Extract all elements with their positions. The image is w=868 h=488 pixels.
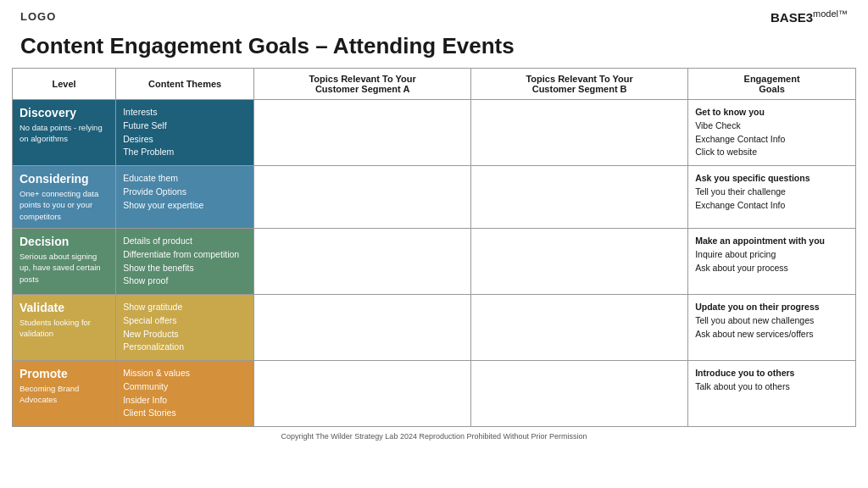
- engagement-item: Ask about your process: [695, 263, 788, 273]
- theme-item: Provide Options: [123, 186, 186, 197]
- col-themes: Content Themes: [116, 69, 254, 100]
- table-container: Level Content Themes Topics Relevant To …: [0, 68, 868, 427]
- level-name: Considering: [19, 172, 108, 186]
- theme-cell-considering: Educate themProvide OptionsShow your exp…: [116, 166, 254, 229]
- table-row: DiscoveryNo data points - relying on alg…: [13, 100, 856, 166]
- theme-cell-discovery: InterestsFuture SelfDesiresThe Problem: [116, 100, 254, 166]
- main-table: Level Content Themes Topics Relevant To …: [12, 68, 856, 427]
- engagement-item: Tell you their challenge: [695, 186, 786, 197]
- theme-item: Show proof: [123, 275, 168, 286]
- theme-item: Personalization: [123, 341, 184, 352]
- level-name: Discovery: [19, 106, 108, 119]
- table-row: DecisionSerious about signing up, have s…: [13, 229, 856, 295]
- theme-item: Desires: [123, 134, 153, 144]
- theme-item: Mission & values: [123, 368, 190, 378]
- engagement-item: Make an appointment with you: [695, 236, 825, 246]
- theme-item: Community: [123, 381, 168, 391]
- engagement-item: Click to website: [695, 147, 757, 157]
- table-row: PromoteBecoming Brand AdvocatesMission &…: [13, 361, 856, 427]
- page-wrapper: LOGO BASE3model™ Content Engagement Goal…: [0, 0, 868, 488]
- theme-item: Educate them: [123, 173, 178, 183]
- theme-item: Differentiate from competition: [123, 249, 239, 259]
- theme-item: Future Self: [123, 120, 166, 130]
- engagement-cell-validate: Update you on their progressTell you abo…: [688, 295, 856, 361]
- page-title: Content Engagement Goals – Attending Eve…: [0, 30, 868, 68]
- table-header-row: Level Content Themes Topics Relevant To …: [13, 69, 856, 100]
- segment-b-cell-promote: [471, 361, 688, 427]
- theme-item: Client Stories: [123, 408, 175, 418]
- logo: LOGO: [20, 10, 56, 23]
- theme-item: Show your expertise: [123, 200, 203, 210]
- level-cell-decision: DecisionSerious about signing up, have s…: [13, 229, 116, 295]
- level-desc: Students looking for validation: [19, 318, 91, 338]
- level-cell-discovery: DiscoveryNo data points - relying on alg…: [13, 100, 116, 166]
- level-desc: One+ connecting data points to you or yo…: [19, 189, 98, 221]
- engagement-item: Introduce you to others: [695, 368, 794, 378]
- theme-item: Details of product: [123, 236, 192, 246]
- segment-b-cell-validate: [471, 295, 688, 361]
- segment-a-cell-validate: [254, 295, 471, 361]
- engagement-item: Talk about you to others: [695, 381, 790, 391]
- brand-model: model™: [813, 8, 848, 19]
- theme-item: Special offers: [123, 315, 176, 325]
- brand-name: BASE3: [771, 10, 813, 25]
- level-desc: No data points - relying on algorithms: [19, 123, 103, 143]
- segment-a-cell-considering: [254, 166, 471, 229]
- col-level: Level: [13, 69, 116, 100]
- engagement-item: Tell you about new challenges: [695, 315, 814, 325]
- theme-cell-decision: Details of productDifferentiate from com…: [116, 229, 254, 295]
- table-row: ConsideringOne+ connecting data points t…: [13, 166, 856, 229]
- segment-b-cell-discovery: [471, 100, 688, 166]
- footer: Copyright The Wilder Strategy Lab 2024 R…: [0, 427, 868, 444]
- segment-a-cell-discovery: [254, 100, 471, 166]
- segment-a-cell-decision: [254, 229, 471, 295]
- theme-item: Interests: [123, 107, 157, 117]
- level-name: Validate: [19, 301, 108, 314]
- theme-item: Show gratitude: [123, 302, 182, 312]
- theme-item: Show the benefits: [123, 263, 193, 273]
- engagement-item: Exchange Contact Info: [695, 134, 785, 144]
- engagement-cell-considering: Ask you specific questionsTell you their…: [688, 166, 856, 229]
- segment-b-cell-decision: [471, 229, 688, 295]
- top-bar: LOGO BASE3model™: [0, 0, 868, 30]
- level-name: Promote: [19, 367, 108, 380]
- level-desc: Becoming Brand Advocates: [19, 384, 79, 404]
- table-row: ValidateStudents looking for validationS…: [13, 295, 856, 361]
- engagement-item: Ask about new services/offers: [695, 329, 813, 339]
- brand: BASE3model™: [771, 8, 848, 25]
- theme-item: The Problem: [123, 147, 174, 157]
- level-cell-considering: ConsideringOne+ connecting data points t…: [13, 166, 116, 229]
- theme-cell-validate: Show gratitudeSpecial offersNew Products…: [116, 295, 254, 361]
- level-cell-promote: PromoteBecoming Brand Advocates: [13, 361, 116, 427]
- level-cell-validate: ValidateStudents looking for validation: [13, 295, 116, 361]
- col-segment-b: Topics Relevant To YourCustomer Segment …: [471, 69, 688, 100]
- theme-item: New Products: [123, 329, 178, 339]
- col-engagement: EngagementGoals: [688, 69, 856, 100]
- engagement-item: Update you on their progress: [695, 302, 819, 312]
- engagement-item: Get to know you: [695, 107, 765, 117]
- theme-cell-promote: Mission & valuesCommunityInsider InfoCli…: [116, 361, 254, 427]
- engagement-item: Vibe Check: [695, 120, 741, 130]
- engagement-item: Exchange Contact Info: [695, 200, 785, 210]
- engagement-cell-discovery: Get to know youVibe CheckExchange Contac…: [688, 100, 856, 166]
- level-desc: Serious about signing up, have saved cer…: [19, 252, 101, 284]
- segment-b-cell-considering: [471, 166, 688, 229]
- col-segment-a: Topics Relevant To YourCustomer Segment …: [254, 69, 471, 100]
- engagement-item: Inquire about pricing: [695, 249, 776, 259]
- segment-a-cell-promote: [254, 361, 471, 427]
- theme-item: Insider Info: [123, 395, 167, 405]
- level-name: Decision: [19, 235, 108, 248]
- engagement-cell-decision: Make an appointment with youInquire abou…: [688, 229, 856, 295]
- engagement-cell-promote: Introduce you to othersTalk about you to…: [688, 361, 856, 427]
- engagement-item: Ask you specific questions: [695, 173, 810, 183]
